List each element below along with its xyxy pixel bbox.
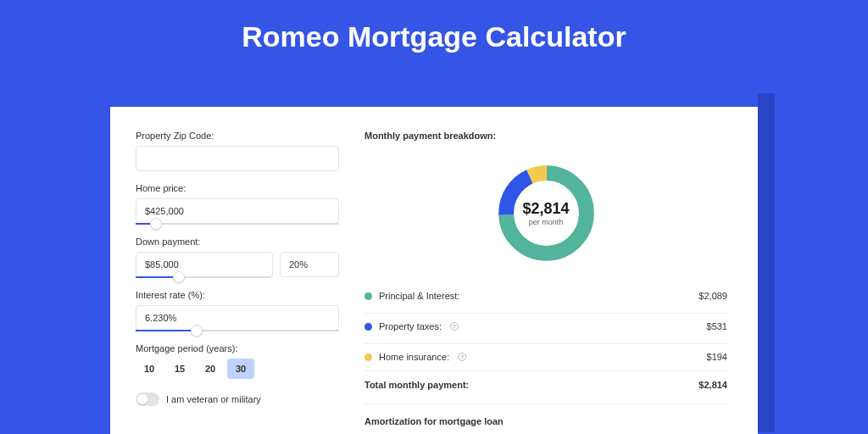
total-value: $2,814 bbox=[698, 380, 727, 390]
page-title: Romeo Mortgage Calculator bbox=[0, 0, 868, 70]
donut-sub: per month bbox=[522, 218, 569, 226]
home-price-input[interactable] bbox=[136, 198, 339, 224]
period-20-button[interactable]: 20 bbox=[197, 359, 224, 379]
period-label: Mortgage period (years): bbox=[136, 343, 339, 353]
slider-thumb[interactable] bbox=[173, 271, 185, 283]
card-shadow bbox=[758, 93, 775, 432]
veteran-row: I am veteran or military bbox=[136, 392, 339, 406]
toggle-knob bbox=[137, 394, 147, 404]
legend-ins-label: Home insurance: bbox=[379, 352, 449, 362]
period-30-button[interactable]: 30 bbox=[227, 359, 254, 379]
breakdown-heading: Monthly payment breakdown: bbox=[364, 131, 727, 141]
info-icon[interactable]: ? bbox=[450, 322, 459, 331]
rate-slider[interactable] bbox=[136, 330, 339, 331]
dot-icon bbox=[364, 323, 372, 331]
total-label: Total monthly payment: bbox=[364, 380, 469, 390]
slider-fill bbox=[136, 330, 197, 331]
down-payment-input[interactable] bbox=[136, 252, 273, 277]
calculator-card: Property Zip Code: Home price: Down paym… bbox=[110, 107, 758, 434]
legend-pi: Principal & Interest: $2,089 bbox=[364, 283, 727, 308]
period-options: 10 15 20 30 bbox=[136, 359, 339, 379]
total-row: Total monthly payment: $2,814 bbox=[364, 370, 727, 398]
legend-ins-value: $194 bbox=[707, 352, 727, 362]
donut-center: $2,814 per month bbox=[522, 200, 569, 226]
info-icon[interactable]: ? bbox=[458, 353, 466, 361]
legend-tax-label: Property taxes: bbox=[379, 321, 442, 331]
form-panel: Property Zip Code: Home price: Down paym… bbox=[136, 131, 339, 434]
legend-pi-label: Principal & Interest: bbox=[379, 291, 459, 301]
legend-pi-value: $2,089 bbox=[698, 291, 727, 301]
breakdown-panel: Monthly payment breakdown: $2,814 per mo… bbox=[364, 131, 727, 434]
rate-group: Interest rate (%): bbox=[136, 290, 339, 331]
home-price-slider[interactable] bbox=[136, 223, 339, 225]
down-payment-label: Down payment: bbox=[136, 236, 339, 247]
down-payment-slider[interactable] bbox=[136, 276, 271, 278]
zip-label: Property Zip Code: bbox=[136, 131, 339, 141]
donut-chart: $2,814 per month bbox=[364, 149, 727, 276]
amortization-section: Amortization for mortgage loan Amortizat… bbox=[364, 403, 727, 434]
slider-thumb[interactable] bbox=[150, 218, 162, 230]
dot-icon bbox=[364, 292, 372, 300]
rate-input[interactable] bbox=[136, 305, 339, 331]
zip-group: Property Zip Code: bbox=[136, 131, 339, 171]
veteran-toggle[interactable] bbox=[136, 392, 159, 406]
veteran-label: I am veteran or military bbox=[166, 394, 261, 404]
down-payment-pct-input[interactable] bbox=[280, 252, 339, 277]
home-price-group: Home price: bbox=[136, 183, 339, 225]
home-price-label: Home price: bbox=[136, 183, 339, 193]
legend-tax: Property taxes: ? $531 bbox=[364, 314, 727, 338]
down-payment-group: Down payment: bbox=[136, 236, 339, 278]
zip-input[interactable] bbox=[136, 146, 339, 171]
donut-amount: $2,814 bbox=[522, 200, 569, 218]
dot-icon bbox=[364, 353, 372, 361]
rate-label: Interest rate (%): bbox=[136, 290, 339, 300]
legend-ins: Home insurance: ? $194 bbox=[364, 344, 727, 369]
slider-thumb[interactable] bbox=[191, 325, 203, 337]
period-15-button[interactable]: 15 bbox=[166, 359, 193, 379]
amortization-heading: Amortization for mortgage loan bbox=[364, 416, 727, 426]
period-10-button[interactable]: 10 bbox=[136, 359, 163, 379]
legend-tax-value: $531 bbox=[707, 321, 727, 331]
period-group: Mortgage period (years): 10 15 20 30 bbox=[136, 343, 339, 379]
